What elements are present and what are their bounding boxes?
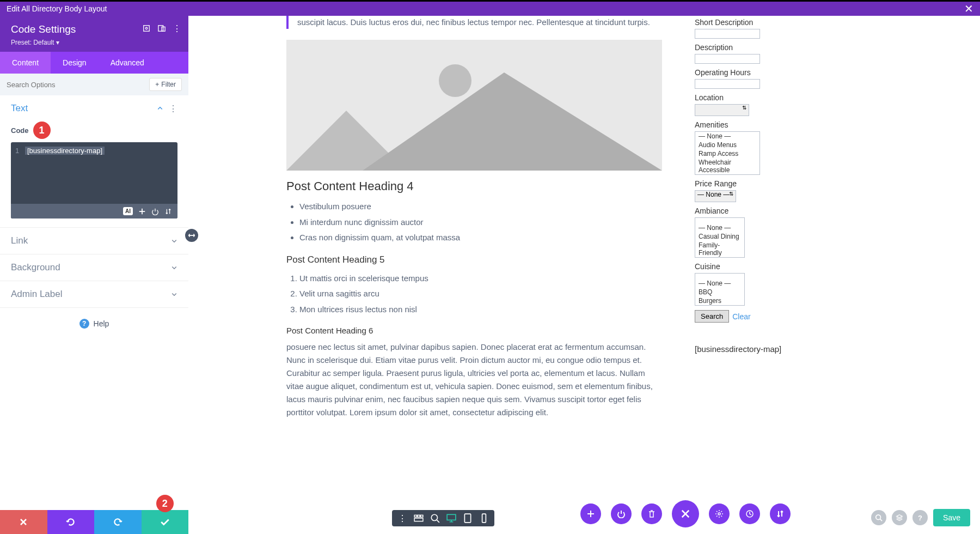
list-item[interactable]: Ramp Access [695,149,759,158]
save-button[interactable]: 2 [142,510,189,534]
clear-link[interactable]: Clear [732,312,750,321]
label-description: Description [695,43,847,52]
search-input[interactable] [7,81,149,89]
svg-rect-11 [447,514,456,520]
search-button[interactable]: Search [695,310,729,323]
listbox-cuisine[interactable]: — None — BBQ Burgers [695,273,745,306]
builder-fab-row [580,500,791,527]
svg-rect-9 [414,518,423,521]
desktop-icon[interactable] [446,513,456,523]
zoom-icon[interactable] [430,513,440,523]
list-item: Mon ultrices risus lectus non nisl [299,302,662,318]
svg-rect-7 [418,515,420,517]
filter-button[interactable]: +Filter [149,78,182,91]
add-fab[interactable] [580,503,601,524]
svg-point-1 [145,27,148,29]
svg-rect-8 [420,515,423,517]
list-item[interactable]: — None — [695,279,744,288]
directory-form: Short Description Description Operating … [695,16,847,419]
list-item[interactable]: Wheelchair Accessible [695,158,759,174]
svg-point-10 [431,514,437,520]
listbox-amenities[interactable]: — None — Audio Menus Ramp Access Wheelch… [695,131,760,175]
help-global-icon[interactable]: ? [912,510,928,525]
callout-badge-2: 2 [156,495,174,512]
image-placeholder [286,40,662,171]
list-item[interactable]: BBQ [695,288,744,296]
chevron-down-icon [171,291,177,298]
page-title: Edit All Directory Body Layout [7,4,107,13]
list-item[interactable]: — None — [695,223,744,232]
svg-rect-13 [482,514,486,523]
label-short-desc: Short Description [695,18,847,27]
section-link-header[interactable]: Link [0,228,188,254]
phone-icon[interactable] [479,513,489,523]
kebab-icon[interactable]: ⋮ [169,104,177,114]
list-item[interactable]: Casual Dining [695,232,744,241]
heading-6: Post Content Heading 6 [286,326,662,335]
svg-rect-0 [144,26,150,32]
view-toolbar: ⋮ [392,510,494,526]
trash-fab[interactable] [641,503,662,524]
input-description[interactable] [695,54,760,64]
section-text-header[interactable]: Text ⋮ [0,95,188,122]
discard-button[interactable] [0,510,47,534]
svg-rect-12 [464,514,470,523]
list-item: Vestibulum posuere [299,199,662,215]
callout-badge-1: 1 [33,122,51,139]
history-fab[interactable] [739,503,760,524]
save-page-button[interactable]: Save [933,509,970,526]
select-location[interactable] [695,104,749,116]
svg-rect-2 [158,26,163,32]
list-item[interactable]: Burgers [695,296,744,305]
tablet-icon[interactable] [463,513,473,523]
plus-icon[interactable] [138,208,146,215]
list-item[interactable]: Family-Friendly [695,241,744,257]
help-link[interactable]: ? Help [0,308,188,339]
sort-icon[interactable] [164,208,172,215]
list-item[interactable]: — None — [695,132,759,141]
power-fab[interactable] [611,503,632,524]
label-cuisine: Cuisine [695,262,847,271]
post-preview: suscipit lacus. Duis luctus eros dui, ne… [286,16,662,419]
section-admin-label-header[interactable]: Admin Label [0,281,188,307]
chevron-up-icon [157,105,163,112]
ol-list: Ut mattis orci in scelerisque tempus Vel… [286,271,662,318]
tab-content[interactable]: Content [0,52,51,74]
svg-point-5 [439,64,471,97]
svg-point-14 [718,513,720,515]
layers-icon[interactable] [892,510,907,525]
kebab-icon[interactable]: ⋮ [397,513,407,523]
wireframe-icon[interactable] [414,513,424,523]
tab-advanced[interactable]: Advanced [99,52,156,74]
tab-design[interactable]: Design [51,52,99,74]
heading-4: Post Content Heading 4 [286,179,662,193]
redo-button[interactable] [94,510,142,534]
chevron-down-icon [171,264,177,271]
select-price-range[interactable]: — None — [695,190,736,202]
code-field-label: Code [11,126,29,135]
preset-dropdown[interactable]: Preset: Default ▾ [11,39,177,46]
list-item[interactable]: Audio Menus [695,141,759,149]
close-fab[interactable] [672,500,699,527]
ai-button[interactable]: AI [123,207,133,215]
list-item: Mi interdum nunc dignissim auctor [299,215,662,230]
responsive-icon[interactable] [158,25,166,32]
search-global-icon[interactable] [871,510,886,525]
input-short-desc[interactable] [695,29,760,39]
section-background-header[interactable]: Background [0,254,188,281]
label-ambiance: Ambiance [695,207,847,215]
listbox-ambiance[interactable]: — None — Casual Dining Family-Friendly [695,217,745,258]
hover-icon[interactable] [143,25,150,32]
undo-button[interactable] [47,510,95,534]
settings-fab[interactable] [709,503,730,524]
sort-fab[interactable] [770,503,791,524]
kebab-icon[interactable]: ⋮ [173,25,181,32]
chevron-down-icon [171,238,177,244]
power-icon[interactable] [151,208,159,215]
label-price-range: Price Range [695,179,847,188]
close-icon[interactable]: ✕ [964,2,973,15]
code-textarea[interactable]: 1[businessdirectory-map] AI [11,142,177,219]
sidebar-action-bar: 2 [0,510,188,534]
input-operating[interactable] [695,79,760,89]
list-item: Ut mattis orci in scelerisque tempus [299,271,662,287]
